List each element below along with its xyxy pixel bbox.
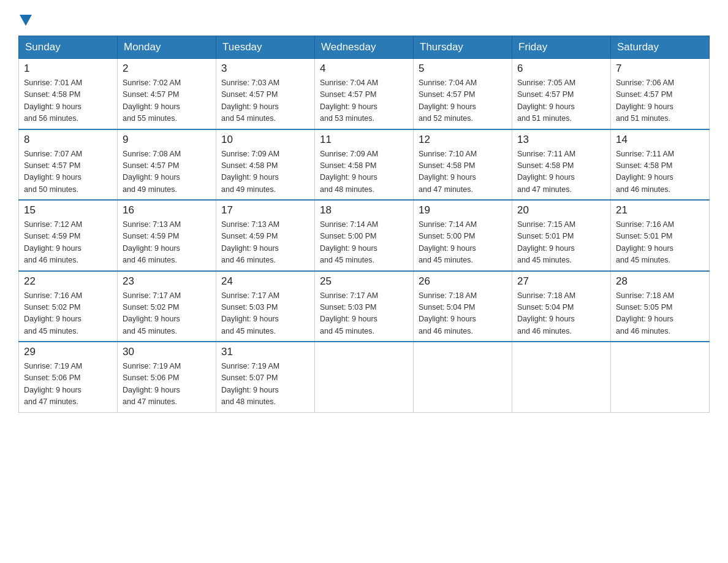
calendar-cell	[611, 342, 710, 412]
calendar-cell: 13Sunrise: 7:11 AMSunset: 4:58 PMDayligh…	[512, 129, 611, 201]
day-number: 15	[24, 204, 112, 216]
day-info: Sunrise: 7:18 AMSunset: 5:05 PMDaylight:…	[616, 290, 704, 338]
day-info: Sunrise: 7:08 AMSunset: 4:57 PMDaylight:…	[123, 148, 211, 196]
calendar-cell: 23Sunrise: 7:17 AMSunset: 5:02 PMDayligh…	[118, 271, 216, 342]
calendar-cell	[315, 342, 414, 412]
day-number: 28	[616, 275, 704, 288]
page-header	[18, 12, 710, 23]
calendar-cell: 28Sunrise: 7:18 AMSunset: 5:05 PMDayligh…	[611, 271, 710, 342]
day-number: 3	[221, 63, 309, 75]
day-number: 21	[616, 204, 704, 216]
logo-triangle-icon	[20, 15, 32, 26]
calendar-table: SundayMondayTuesdayWednesdayThursdayFrid…	[18, 36, 710, 413]
day-info: Sunrise: 7:13 AMSunset: 4:59 PMDaylight:…	[221, 219, 309, 267]
header-tuesday: Tuesday	[216, 36, 315, 59]
day-info: Sunrise: 7:15 AMSunset: 5:01 PMDaylight:…	[517, 219, 605, 267]
calendar-cell: 2Sunrise: 7:02 AMSunset: 4:57 PMDaylight…	[118, 59, 216, 129]
day-info: Sunrise: 7:18 AMSunset: 5:04 PMDaylight:…	[419, 290, 507, 338]
day-info: Sunrise: 7:02 AMSunset: 4:57 PMDaylight:…	[123, 77, 211, 125]
day-info: Sunrise: 7:17 AMSunset: 5:03 PMDaylight:…	[320, 290, 408, 338]
day-number: 4	[320, 63, 408, 75]
day-info: Sunrise: 7:09 AMSunset: 4:58 PMDaylight:…	[221, 148, 309, 196]
day-info: Sunrise: 7:01 AMSunset: 4:58 PMDaylight:…	[24, 77, 112, 125]
day-number: 24	[221, 275, 309, 288]
calendar-cell: 6Sunrise: 7:05 AMSunset: 4:57 PMDaylight…	[512, 59, 611, 129]
calendar-cell: 25Sunrise: 7:17 AMSunset: 5:03 PMDayligh…	[315, 271, 414, 342]
day-number: 9	[123, 134, 211, 146]
calendar-week-2: 8Sunrise: 7:07 AMSunset: 4:57 PMDaylight…	[19, 129, 710, 201]
day-number: 13	[517, 134, 605, 146]
calendar-week-1: 1Sunrise: 7:01 AMSunset: 4:58 PMDaylight…	[19, 59, 710, 129]
day-info: Sunrise: 7:04 AMSunset: 4:57 PMDaylight:…	[320, 77, 408, 125]
calendar-cell: 12Sunrise: 7:10 AMSunset: 4:58 PMDayligh…	[414, 129, 512, 201]
header-thursday: Thursday	[414, 36, 512, 59]
day-number: 7	[616, 63, 704, 75]
calendar-week-5: 29Sunrise: 7:19 AMSunset: 5:06 PMDayligh…	[19, 342, 710, 412]
calendar-cell: 21Sunrise: 7:16 AMSunset: 5:01 PMDayligh…	[611, 200, 710, 271]
day-number: 12	[419, 134, 507, 146]
day-number: 19	[419, 204, 507, 216]
calendar-cell: 19Sunrise: 7:14 AMSunset: 5:00 PMDayligh…	[414, 200, 512, 271]
day-number: 6	[517, 63, 605, 75]
calendar-cell: 30Sunrise: 7:19 AMSunset: 5:06 PMDayligh…	[118, 342, 216, 412]
header-monday: Monday	[118, 36, 216, 59]
calendar-cell: 5Sunrise: 7:04 AMSunset: 4:57 PMDaylight…	[414, 59, 512, 129]
day-info: Sunrise: 7:03 AMSunset: 4:57 PMDaylight:…	[221, 77, 309, 125]
day-info: Sunrise: 7:10 AMSunset: 4:58 PMDaylight:…	[419, 148, 507, 196]
day-info: Sunrise: 7:16 AMSunset: 5:01 PMDaylight:…	[616, 219, 704, 267]
day-info: Sunrise: 7:18 AMSunset: 5:04 PMDaylight:…	[517, 290, 605, 338]
calendar-cell: 9Sunrise: 7:08 AMSunset: 4:57 PMDaylight…	[118, 129, 216, 201]
calendar-cell: 10Sunrise: 7:09 AMSunset: 4:58 PMDayligh…	[216, 129, 315, 201]
calendar-cell: 16Sunrise: 7:13 AMSunset: 4:59 PMDayligh…	[118, 200, 216, 271]
day-number: 22	[24, 275, 112, 288]
day-info: Sunrise: 7:04 AMSunset: 4:57 PMDaylight:…	[419, 77, 507, 125]
calendar-cell: 8Sunrise: 7:07 AMSunset: 4:57 PMDaylight…	[19, 129, 118, 201]
day-info: Sunrise: 7:17 AMSunset: 5:03 PMDaylight:…	[221, 290, 309, 338]
header-sunday: Sunday	[19, 36, 118, 59]
calendar-cell: 3Sunrise: 7:03 AMSunset: 4:57 PMDaylight…	[216, 59, 315, 129]
day-info: Sunrise: 7:09 AMSunset: 4:58 PMDaylight:…	[320, 148, 408, 196]
calendar-cell: 26Sunrise: 7:18 AMSunset: 5:04 PMDayligh…	[414, 271, 512, 342]
calendar-cell: 4Sunrise: 7:04 AMSunset: 4:57 PMDaylight…	[315, 59, 414, 129]
calendar-week-3: 15Sunrise: 7:12 AMSunset: 4:59 PMDayligh…	[19, 200, 710, 271]
calendar-cell: 15Sunrise: 7:12 AMSunset: 4:59 PMDayligh…	[19, 200, 118, 271]
day-info: Sunrise: 7:19 AMSunset: 5:06 PMDaylight:…	[24, 361, 112, 408]
calendar-cell: 22Sunrise: 7:16 AMSunset: 5:02 PMDayligh…	[19, 271, 118, 342]
day-info: Sunrise: 7:13 AMSunset: 4:59 PMDaylight:…	[123, 219, 211, 267]
day-info: Sunrise: 7:17 AMSunset: 5:02 PMDaylight:…	[123, 290, 211, 338]
header-wednesday: Wednesday	[315, 36, 414, 59]
day-info: Sunrise: 7:19 AMSunset: 5:06 PMDaylight:…	[123, 361, 211, 408]
calendar-cell: 17Sunrise: 7:13 AMSunset: 4:59 PMDayligh…	[216, 200, 315, 271]
calendar-cell: 14Sunrise: 7:11 AMSunset: 4:58 PMDayligh…	[611, 129, 710, 201]
day-number: 8	[24, 134, 112, 146]
day-info: Sunrise: 7:12 AMSunset: 4:59 PMDaylight:…	[24, 219, 112, 267]
calendar-cell: 1Sunrise: 7:01 AMSunset: 4:58 PMDaylight…	[19, 59, 118, 129]
calendar-cell	[414, 342, 512, 412]
day-number: 29	[24, 346, 112, 358]
day-number: 11	[320, 134, 408, 146]
day-info: Sunrise: 7:06 AMSunset: 4:57 PMDaylight:…	[616, 77, 704, 125]
day-number: 1	[24, 63, 112, 75]
day-info: Sunrise: 7:11 AMSunset: 4:58 PMDaylight:…	[616, 148, 704, 196]
day-number: 10	[221, 134, 309, 146]
calendar-cell: 18Sunrise: 7:14 AMSunset: 5:00 PMDayligh…	[315, 200, 414, 271]
calendar-cell: 24Sunrise: 7:17 AMSunset: 5:03 PMDayligh…	[216, 271, 315, 342]
day-number: 18	[320, 204, 408, 216]
day-number: 14	[616, 134, 704, 146]
day-number: 26	[419, 275, 507, 288]
day-info: Sunrise: 7:19 AMSunset: 5:07 PMDaylight:…	[221, 361, 309, 408]
calendar-cell	[512, 342, 611, 412]
day-info: Sunrise: 7:07 AMSunset: 4:57 PMDaylight:…	[24, 148, 112, 196]
day-number: 25	[320, 275, 408, 288]
day-number: 20	[517, 204, 605, 216]
day-number: 27	[517, 275, 605, 288]
calendar-week-4: 22Sunrise: 7:16 AMSunset: 5:02 PMDayligh…	[19, 271, 710, 342]
day-info: Sunrise: 7:11 AMSunset: 4:58 PMDaylight:…	[517, 148, 605, 196]
calendar-cell: 7Sunrise: 7:06 AMSunset: 4:57 PMDaylight…	[611, 59, 710, 129]
calendar-cell: 11Sunrise: 7:09 AMSunset: 4:58 PMDayligh…	[315, 129, 414, 201]
day-info: Sunrise: 7:14 AMSunset: 5:00 PMDaylight:…	[320, 219, 408, 267]
calendar-header-row: SundayMondayTuesdayWednesdayThursdayFrid…	[19, 36, 710, 59]
day-number: 5	[419, 63, 507, 75]
calendar-cell: 29Sunrise: 7:19 AMSunset: 5:06 PMDayligh…	[19, 342, 118, 412]
day-info: Sunrise: 7:16 AMSunset: 5:02 PMDaylight:…	[24, 290, 112, 338]
